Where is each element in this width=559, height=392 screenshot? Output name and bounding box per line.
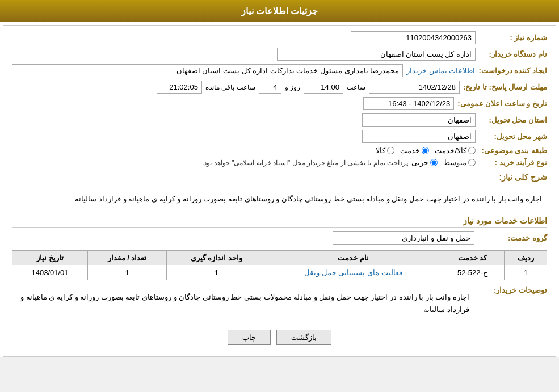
deadline-remaining-input xyxy=(157,81,202,94)
cell-quantity: 1 xyxy=(88,265,167,280)
category-radio-group: کالا/خدمت خدمت کالا xyxy=(376,146,476,155)
creator-input xyxy=(12,64,403,77)
purchase-type-option-motavasset[interactable]: متوسط xyxy=(443,158,476,167)
services-section-title: اطلاعات خدمات مورد نیاز xyxy=(12,216,547,228)
category-label: طبقه بندی موضوعی: xyxy=(479,146,547,155)
back-button[interactable]: بازگشت xyxy=(276,330,331,345)
purchase-type-row: نوع فرآیند خرید : متوسط جزیی پرداخت تمام… xyxy=(12,158,547,167)
creator-label: ایجاد کننده درخواست: xyxy=(478,66,547,75)
header-title: جزئیات اطلاعات نیاز xyxy=(241,6,318,16)
requester-row: نام دستگاه خریدار: xyxy=(12,48,547,61)
deadline-label: مهلت ارسال پاسخ: تا تاریخ: xyxy=(463,83,547,91)
delivery-city-input xyxy=(362,130,476,143)
description-box: اجاره وانت بار با راننده در اختیار جهت ح… xyxy=(12,188,547,210)
buyer-description-text: اجاره وانت بار با راننده در اختیار جهت ح… xyxy=(20,293,469,314)
cell-need-date: 1403/01/01 xyxy=(12,265,88,280)
delivery-province-row: استان محل تحویل: xyxy=(12,113,547,127)
delivery-province-input xyxy=(362,113,476,127)
col-row-num: ردیف xyxy=(505,251,547,265)
services-table-container: ردیف کد خدمت نام خدمت واحد اندازه گیری ت… xyxy=(12,250,547,280)
category-radio-khedmat[interactable] xyxy=(422,147,429,154)
cell-unit: 1 xyxy=(167,265,266,280)
print-button[interactable]: چاپ xyxy=(228,330,271,345)
category-option-khedmat[interactable]: خدمت xyxy=(400,146,429,155)
table-row: 1 ج-522-52 فعالیت های پشتیبانی حمل ونقل … xyxy=(12,265,547,280)
need-number-input xyxy=(351,31,476,44)
page-header: جزئیات اطلاعات نیاز xyxy=(0,0,559,22)
service-group-input xyxy=(333,231,474,245)
col-unit: واحد اندازه گیری xyxy=(167,251,266,265)
purchase-type-radio-jozei[interactable] xyxy=(430,159,438,166)
purchase-type-option-jozei[interactable]: جزیی xyxy=(411,158,438,167)
cell-row-num: 1 xyxy=(505,265,547,280)
col-service-code: کد خدمت xyxy=(440,251,505,265)
creator-row: ایجاد کننده درخواست: اطلاعات تماس خریدار xyxy=(12,64,547,77)
service-group-label: گروه خدمت: xyxy=(479,234,547,242)
services-table: ردیف کد خدمت نام خدمت واحد اندازه گیری ت… xyxy=(12,250,547,280)
deadline-date-input xyxy=(369,81,460,94)
announcement-date-row: تاریخ و ساعت اعلان عمومی: xyxy=(12,97,547,110)
purchase-type-radio-motavasset[interactable] xyxy=(468,159,476,166)
category-label-kala: کالا xyxy=(376,146,385,155)
requester-label: نام دستگاه خریدار: xyxy=(479,50,547,58)
delivery-city-label: شهر محل تحویل: xyxy=(479,132,547,141)
creator-contact-link[interactable]: اطلاعات تماس خریدار xyxy=(406,66,475,75)
need-number-row: شماره نیاز : xyxy=(12,31,547,44)
announcement-date-label: تاریخ و ساعت اعلان عمومی: xyxy=(457,99,547,108)
category-label-khedmat: خدمت xyxy=(400,146,420,155)
deadline-row: مهلت ارسال پاسخ: تا تاریخ: ساعت روز و سا… xyxy=(12,81,547,94)
buyer-description-box: اجاره وانت بار با راننده در اختیار جهت ح… xyxy=(12,286,474,321)
description-text: اجاره وانت بار با راننده در اختیار جهت ح… xyxy=(75,195,542,203)
purchase-type-label: نوع فرآیند خرید : xyxy=(479,158,547,167)
col-need-date: تاریخ نیاز xyxy=(12,251,88,265)
service-group-row: گروه خدمت: xyxy=(12,231,547,245)
category-radio-kala-khedmat[interactable] xyxy=(468,147,476,154)
buttons-row: بازگشت چاپ xyxy=(12,330,547,345)
category-radio-kala[interactable] xyxy=(387,147,394,154)
delivery-province-label: استان محل تحویل: xyxy=(479,116,547,124)
deadline-days-label: روز و xyxy=(285,83,300,91)
content-area: شماره نیاز : نام دستگاه خریدار: ایجاد کن… xyxy=(3,25,556,357)
cell-service-code: ج-522-52 xyxy=(440,265,505,280)
category-label-kala-khedmat: کالا/خدمت xyxy=(435,146,466,155)
table-header-row: ردیف کد خدمت نام خدمت واحد اندازه گیری ت… xyxy=(12,251,547,265)
need-number-label: شماره نیاز : xyxy=(479,33,547,42)
deadline-remaining-label: ساعت باقی مانده xyxy=(205,83,255,91)
page-wrapper: جزئیات اطلاعات نیاز شماره نیاز : نام دست… xyxy=(0,0,559,357)
col-quantity: تعداد / مقدار xyxy=(88,251,167,265)
buyer-description-label: توصیحات خریدار: xyxy=(479,286,547,294)
category-option-kala[interactable]: کالا xyxy=(376,146,394,155)
description-section-title: شرح کلی نیاز: xyxy=(12,172,547,184)
col-service-name: نام خدمت xyxy=(266,251,440,265)
category-row: طبقه بندی موضوعی: کالا/خدمت خدمت کالا xyxy=(12,146,547,155)
deadline-days-input xyxy=(259,81,281,94)
purchase-type-note: پرداخت تمام یا بخشی از مبلغ خریدار محل "… xyxy=(202,159,408,167)
purchase-type-label-jozei: جزیی xyxy=(411,158,428,167)
deadline-time-input xyxy=(304,81,343,94)
purchase-type-radio-group: متوسط جزیی xyxy=(411,158,476,167)
category-option-kala-khedmat[interactable]: کالا/خدمت xyxy=(435,146,476,155)
buyer-description-row: توصیحات خریدار: اجاره وانت بار با راننده… xyxy=(12,286,547,321)
purchase-type-label-motavasset: متوسط xyxy=(443,158,466,167)
delivery-city-row: شهر محل تحویل: xyxy=(12,130,547,143)
requester-input xyxy=(277,48,476,61)
announcement-datetime-input xyxy=(363,97,454,110)
deadline-time-label: ساعت xyxy=(347,83,365,91)
cell-service-name[interactable]: فعالیت های پشتیبانی حمل ونقل xyxy=(266,265,440,280)
